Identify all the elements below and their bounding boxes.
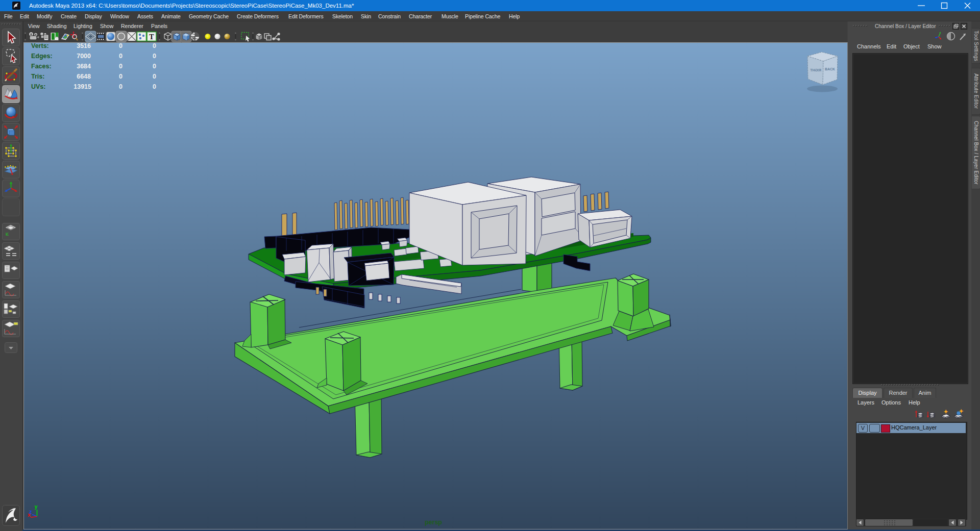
svg-text:7000: 7000: [77, 53, 91, 60]
svg-text:0: 0: [119, 43, 122, 49]
svg-text:3684: 3684: [77, 63, 91, 70]
svg-text:Faces:: Faces:: [31, 63, 52, 70]
svg-text:Verts:: Verts:: [31, 43, 49, 49]
svg-text:0: 0: [153, 43, 156, 49]
svg-text:0: 0: [119, 83, 122, 90]
svg-text:0: 0: [119, 63, 122, 70]
svg-text:3516: 3516: [77, 43, 91, 49]
svg-text:0: 0: [153, 73, 156, 80]
svg-text:6648: 6648: [77, 73, 91, 80]
svg-text:RIGHT: RIGHT: [810, 68, 821, 72]
svg-text:x: x: [28, 512, 31, 518]
svg-text:13915: 13915: [74, 83, 91, 90]
svg-text:0: 0: [153, 63, 156, 70]
svg-text:0: 0: [119, 73, 122, 80]
svg-text:✦: ✦: [943, 409, 948, 415]
svg-text:persp: persp: [425, 519, 442, 526]
svg-text:T: T: [149, 33, 154, 41]
svg-text:0: 0: [153, 53, 156, 60]
svg-text:✦: ✦: [959, 409, 963, 414]
svg-text:0: 0: [119, 53, 122, 60]
svg-text:0: 0: [153, 83, 156, 90]
svg-text:Edges:: Edges:: [31, 53, 53, 60]
svg-text:Tris:: Tris:: [31, 73, 44, 80]
svg-text:UVs:: UVs:: [31, 83, 45, 90]
svg-text:y: y: [35, 503, 38, 510]
svg-text:BACK: BACK: [825, 67, 835, 71]
